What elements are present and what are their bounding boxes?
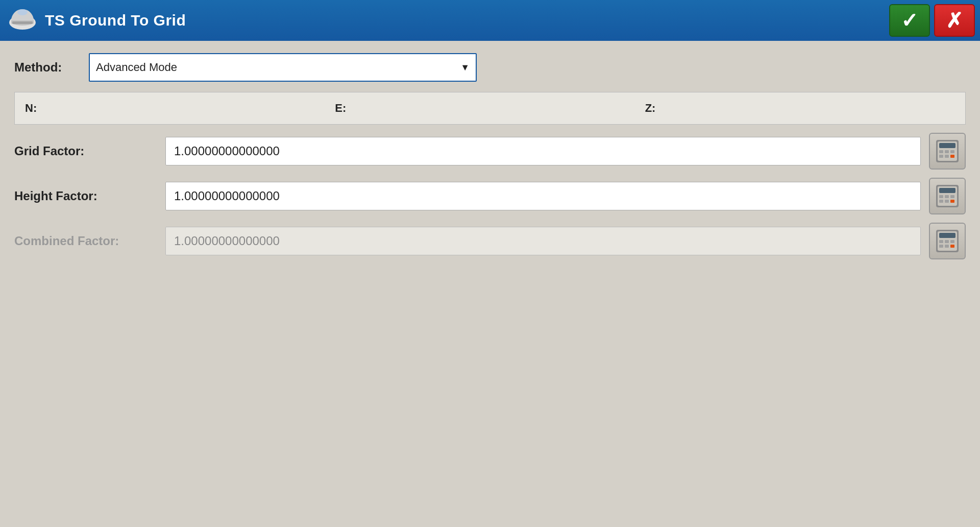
method-dropdown-arrow: ▼	[460, 62, 470, 73]
svg-rect-8	[950, 150, 954, 153]
method-row: Method: Advanced Mode ▼	[14, 53, 966, 82]
checkmark-icon: ✓	[901, 10, 918, 31]
nez-e-label: E:	[335, 102, 645, 115]
title-left: TS Ground To Grid	[8, 6, 186, 35]
svg-rect-6	[939, 150, 943, 153]
helmet-icon	[8, 6, 37, 35]
title-buttons: ✓ ✗	[889, 4, 975, 37]
method-selected-value: Advanced Mode	[96, 61, 460, 74]
x-icon: ✗	[946, 10, 963, 31]
svg-rect-15	[939, 195, 943, 198]
svg-rect-10	[945, 155, 949, 158]
grid-factor-label: Grid Factor:	[14, 144, 157, 158]
calculator-icon-3	[934, 228, 961, 254]
combined-factor-calc-button[interactable]	[929, 223, 966, 259]
svg-rect-19	[945, 200, 949, 203]
svg-rect-1	[12, 21, 33, 24]
grid-factor-row: Grid Factor:	[14, 133, 966, 170]
height-factor-label: Height Factor:	[14, 189, 157, 203]
svg-rect-24	[939, 240, 943, 243]
svg-rect-5	[939, 143, 955, 148]
calculator-icon	[934, 138, 961, 164]
nez-z-label: Z:	[645, 102, 955, 115]
svg-rect-17	[950, 195, 954, 198]
svg-rect-16	[945, 195, 949, 198]
grid-factor-input[interactable]	[165, 137, 921, 165]
svg-rect-27	[939, 245, 943, 248]
method-label: Method:	[14, 60, 81, 75]
calculator-icon-2	[934, 183, 961, 209]
svg-rect-25	[945, 240, 949, 243]
height-factor-input[interactable]	[165, 182, 921, 210]
height-factor-calc-button[interactable]	[929, 178, 966, 214]
nez-header-row: N: E: Z:	[14, 92, 966, 125]
ok-button[interactable]: ✓	[889, 4, 930, 37]
svg-rect-26	[950, 240, 954, 243]
app-title: TS Ground To Grid	[45, 12, 186, 29]
svg-rect-18	[939, 200, 943, 203]
height-factor-row: Height Factor:	[14, 178, 966, 214]
cancel-button[interactable]: ✗	[934, 4, 975, 37]
grid-factor-calc-button[interactable]	[929, 133, 966, 170]
method-dropdown[interactable]: Advanced Mode ▼	[89, 53, 477, 82]
main-content: Method: Advanced Mode ▼ N: E: Z: Grid Fa…	[0, 41, 980, 280]
svg-rect-14	[939, 188, 955, 193]
combined-factor-row: Combined Factor:	[14, 223, 966, 259]
combined-factor-label: Combined Factor:	[14, 234, 157, 248]
combined-factor-input	[165, 227, 921, 255]
title-bar: TS Ground To Grid ✓ ✗	[0, 0, 980, 41]
svg-rect-7	[945, 150, 949, 153]
svg-rect-20	[950, 200, 954, 203]
svg-rect-29	[950, 245, 954, 248]
svg-rect-9	[939, 155, 943, 158]
svg-rect-11	[950, 155, 954, 158]
svg-rect-28	[945, 245, 949, 248]
svg-rect-23	[939, 233, 955, 238]
nez-n-label: N:	[25, 102, 335, 115]
svg-point-2	[17, 9, 28, 15]
